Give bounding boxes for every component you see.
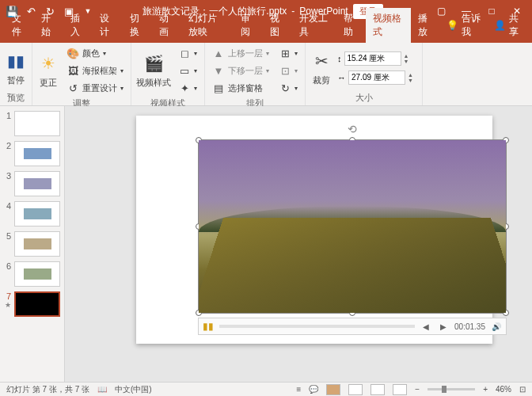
language-indicator[interactable]: 中文(中国) [115,384,152,395]
height-down[interactable]: ▼ [404,59,413,64]
rotate-button[interactable]: ↻▾ [276,80,300,96]
animation-indicator-icon: ★ [5,301,11,309]
comments-button[interactable]: 💬 [309,385,318,394]
notes-button[interactable]: ≡ [296,385,301,394]
share-button[interactable]: 👤共享 [488,8,527,43]
video-styles-button[interactable]: 🎬 视频样式 [136,52,171,89]
player-time: 00:01.35 [454,322,485,331]
color-button[interactable]: 🎨颜色▾ [64,45,126,61]
spell-check-icon[interactable]: 📖 [97,385,107,394]
player-prev-icon[interactable]: ◀ [420,322,432,331]
pause-button[interactable]: ▮▮ 暂停 [5,50,27,86]
tab-video-format[interactable]: 视频格式 [366,8,410,43]
width-input[interactable]: 27.09 厘米 [348,70,405,85]
player-pause-icon[interactable]: ▮▮ [202,321,215,332]
video-object[interactable]: ⟲ [198,139,507,314]
tab-devtools[interactable]: 开发工具 [292,8,336,43]
tab-transitions[interactable]: 切换 [123,8,152,43]
group-icon: ⊡ [279,64,291,77]
video-border-button[interactable]: ▭▾ [176,63,200,78]
group-video-styles: 🎬 视频样式 ◻▾ ▭▾ ✦▾ 视频样式 [131,43,205,105]
border-icon: ▭ [178,64,191,77]
tab-help[interactable]: 帮助 [336,8,366,43]
tell-me[interactable]: 💡告诉我 [440,8,488,43]
video-player-bar: ▮▮ ◀ ▶ 00:01.35 🔊 [198,318,507,335]
effects-icon: ✦ [178,82,191,94]
bring-forward-button[interactable]: ▲上移一层▾ [210,45,272,61]
align-icon: ⊞ [279,47,291,59]
zoom-in-button[interactable]: + [483,385,488,394]
rotate-handle-icon[interactable]: ⟲ [348,123,357,135]
reading-view-icon[interactable] [370,384,385,395]
height-up[interactable]: ▲ [404,53,413,59]
tab-slideshow[interactable]: 幻灯片放映 [181,8,234,43]
crop-button[interactable]: ✂ 裁剪 [310,50,332,86]
sun-icon: ☀ [37,52,59,74]
tab-view[interactable]: 视图 [263,8,292,43]
backward-icon: ▼ [212,64,225,77]
video-styles-icon: 🎬 [142,52,165,74]
reset-icon: ↺ [66,82,79,94]
tab-home[interactable]: 开始 [34,8,63,43]
send-backward-button[interactable]: ▼下移一层▾ [210,63,272,78]
height-input[interactable]: 15.24 厘米 [344,51,401,66]
shape-icon: ◻ [178,47,191,59]
work-area: 1 2 3 4 5 6 7★ ⟲ [0,106,532,382]
normal-view-icon[interactable] [326,384,340,395]
group-preview: ▮▮ 暂停 预览 [0,43,32,105]
selection-pane-button[interactable]: ▤选择窗格 [210,80,272,96]
group-size: ✂ 裁剪 ↕ 15.24 厘米 ▲▼ ↔ 27.09 厘米 ▲▼ 大小 [306,43,423,105]
thumbnail-7[interactable]: 7★ [3,291,61,317]
tab-animations[interactable]: 动画 [152,8,181,43]
status-bar: 幻灯片 第 7 张，共 7 张 📖 中文(中国) ≡ 💬 − + 46% ⊡ [0,382,532,396]
group-adjust: ☀ 更正 🎨颜色▾ 🖼海报框架▾ ↺重置设计▾ 调整 [32,43,131,105]
video-shape-button[interactable]: ◻▾ [176,45,200,61]
ribbon-tabs: 文件 开始 插入 设计 切换 动画 幻灯片放映 审阅 视图 开发工具 帮助 视频… [0,22,532,43]
thumbnail-2[interactable]: 2 [3,141,61,166]
zoom-slider[interactable] [428,388,475,390]
ribbon: ▮▮ 暂停 预览 ☀ 更正 🎨颜色▾ 🖼海报框架▾ ↺重置设计▾ 调整 🎬 视频… [0,43,532,106]
tab-review[interactable]: 审阅 [234,8,263,43]
player-next-icon[interactable]: ▶ [437,322,450,331]
lightbulb-icon: 💡 [446,20,458,31]
thumbnail-6[interactable]: 6 [3,261,61,287]
rotate-icon: ↻ [279,82,291,94]
sorter-view-icon[interactable] [348,384,363,395]
frame-icon: 🖼 [66,64,79,77]
thumbnail-4[interactable]: 4 [3,201,61,227]
width-up[interactable]: ▲ [408,72,417,78]
height-icon: ↕ [337,54,342,63]
poster-frame-button[interactable]: 🖼海报框架▾ [64,63,126,78]
corrections-button[interactable]: ☀ 更正 [37,52,59,89]
slideshow-view-icon[interactable] [393,384,407,395]
share-icon: 👤 [494,20,506,31]
slide-counter[interactable]: 幻灯片 第 7 张，共 7 张 [6,384,89,395]
align-button[interactable]: ⊞▾ [276,45,300,61]
width-icon: ↔ [337,73,346,82]
zoom-level[interactable]: 46% [496,385,511,394]
thumbnail-1[interactable]: 1 [3,111,61,136]
group-button[interactable]: ⊡▾ [276,63,300,78]
zoom-out-button[interactable]: − [415,385,420,394]
slide-canvas[interactable]: ⟲ ▮▮ ◀ ▶ 00:01.35 🔊 [65,106,532,382]
tab-insert[interactable]: 插入 [63,8,93,43]
video-effects-button[interactable]: ✦▾ [176,80,200,96]
crop-icon: ✂ [310,50,332,72]
slide-thumbnails-panel[interactable]: 1 2 3 4 5 6 7★ [0,106,65,382]
fit-to-window-icon[interactable]: ⊡ [519,385,526,394]
thumbnail-5[interactable]: 5 [3,231,61,257]
group-arrange: ▲上移一层▾ ▼下移一层▾ ▤选择窗格 ⊞▾ ⊡▾ ↻▾ 排列 [205,43,306,105]
tab-playback[interactable]: 播放 [411,8,440,43]
forward-icon: ▲ [212,47,225,59]
tab-design[interactable]: 设计 [93,8,122,43]
palette-icon: 🎨 [66,47,79,59]
player-track[interactable] [219,325,415,328]
slide: ⟲ ▮▮ ◀ ▶ 00:01.35 🔊 [136,116,492,344]
player-volume-icon[interactable]: 🔊 [490,322,503,331]
pause-icon: ▮▮ [5,50,27,72]
tab-file[interactable]: 文件 [5,8,34,43]
width-down[interactable]: ▼ [408,78,417,83]
reset-design-button[interactable]: ↺重置设计▾ [64,80,126,96]
thumbnail-3[interactable]: 3 [3,171,61,196]
selection-icon: ▤ [212,82,225,94]
